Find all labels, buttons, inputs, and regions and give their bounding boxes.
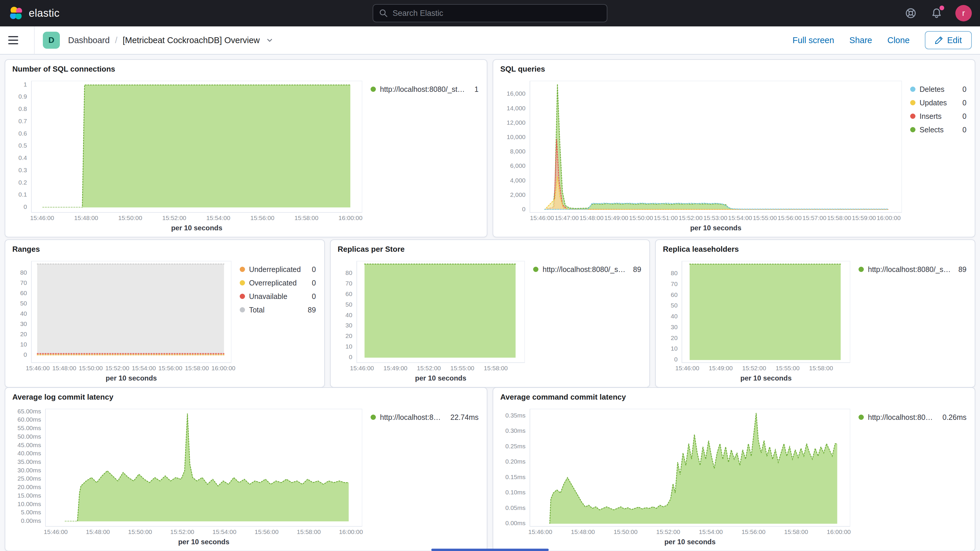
x-axis-unit-label: per 10 seconds xyxy=(356,372,525,384)
legend-item[interactable]: Updates0 xyxy=(910,97,967,109)
y-tick-label: 80 xyxy=(345,269,352,276)
x-tick-label: 15:48:00 xyxy=(579,215,603,221)
full-screen-button[interactable]: Full screen xyxy=(792,35,834,45)
plot-area[interactable] xyxy=(356,261,525,363)
legend-item[interactable]: Overreplicated0 xyxy=(240,277,316,289)
x-tick-label: 15:52:00 xyxy=(162,215,186,221)
y-tick-label: 2,000 xyxy=(510,191,525,198)
elastic-logo[interactable]: elastic xyxy=(8,6,60,21)
x-tick-label: 15:50:00 xyxy=(118,215,142,221)
x-tick-label: 15:54:00 xyxy=(212,529,237,535)
legend-label: http://localhost:8080/_sta... xyxy=(542,265,625,274)
legend-item[interactable]: http://localhost:8080/_stat...1 xyxy=(371,83,479,96)
y-tick-label: 50 xyxy=(20,300,27,307)
plot-area[interactable] xyxy=(530,409,850,527)
y-tick-label: 55.00ms xyxy=(18,425,41,432)
x-tick-label: 15:55:00 xyxy=(450,365,474,372)
legend-item[interactable]: http://localhost:8080...0.26ms xyxy=(859,411,967,424)
x-tick-label: 15:55:00 xyxy=(753,215,777,221)
y-tick-label: 80 xyxy=(20,269,27,276)
y-tick-label: 0 xyxy=(24,203,27,210)
x-axis: 15:46:0015:48:0015:50:0015:52:0015:54:00… xyxy=(530,527,850,535)
notifications-button[interactable] xyxy=(929,6,943,20)
x-tick-label: 15:54:00 xyxy=(132,365,156,372)
y-tick-label: 25.00ms xyxy=(18,475,41,482)
plot-area[interactable] xyxy=(31,81,363,213)
legend-item[interactable]: Total89 xyxy=(240,304,316,316)
x-tick-label: 15:52:00 xyxy=(170,529,194,535)
avg-command-commit-latency-chart: 0.00ms0.05ms0.10ms0.15ms0.20ms0.25ms0.30… xyxy=(500,404,850,547)
y-tick-label: 0 xyxy=(522,205,525,213)
legend-value: 89 xyxy=(304,306,316,314)
toolbar-divider xyxy=(34,26,35,54)
legend-label: Updates xyxy=(920,99,947,107)
plot-area[interactable] xyxy=(31,261,232,363)
top-header: elastic xyxy=(0,0,980,26)
sql-queries-chart: 02,0004,0006,0008,00010,00012,00014,0001… xyxy=(500,76,902,233)
x-axis-unit-label: per 10 seconds xyxy=(31,372,232,384)
y-tick-label: 40 xyxy=(671,313,678,320)
y-tick-label: 4,000 xyxy=(510,177,525,184)
page-title: [Metricbeat CockroachDB] Overview xyxy=(123,35,260,45)
legend-value: 0 xyxy=(959,85,967,94)
legend-value: 0 xyxy=(959,99,967,107)
legend-label: Selects xyxy=(920,126,943,134)
x-tick-label: 15:49:00 xyxy=(709,365,733,372)
plot-area[interactable] xyxy=(530,81,902,213)
edit-button-label: Edit xyxy=(947,35,962,45)
logo-text: elastic xyxy=(29,7,60,19)
panel-title: Number of SQL connections xyxy=(12,65,480,74)
menu-button[interactable] xyxy=(8,32,26,49)
legend-value: 89 xyxy=(955,265,967,274)
legend-color-dot xyxy=(371,414,376,420)
y-tick-label: 30 xyxy=(345,322,352,329)
legend-item[interactable]: Inserts0 xyxy=(910,110,967,123)
y-tick-label: 0.2 xyxy=(19,179,27,186)
clone-button[interactable]: Clone xyxy=(887,35,910,45)
search-input[interactable] xyxy=(393,9,601,18)
breadcrumb-dashboard-link[interactable]: Dashboard xyxy=(68,35,110,45)
edit-button[interactable]: Edit xyxy=(925,31,972,49)
chart-legend: http://localhost:8080...0.26ms xyxy=(850,404,968,547)
x-tick-label: 15:48:00 xyxy=(86,529,110,535)
plot-area[interactable] xyxy=(45,409,363,527)
x-tick-label: 15:58:00 xyxy=(809,365,833,372)
title-menu-button[interactable] xyxy=(266,37,273,44)
legend-item[interactable]: Underreplicated0 xyxy=(240,263,316,276)
y-tick-label: 0.7 xyxy=(19,118,27,125)
y-tick-label: 80 xyxy=(671,270,678,277)
panel-avg-command-commit-latency: Average command commit latency 0.00ms0.0… xyxy=(493,387,975,551)
x-tick-label: 15:52:00 xyxy=(742,365,766,372)
kibana-app: elastic xyxy=(0,0,980,551)
y-tick-label: 0.4 xyxy=(19,154,27,161)
x-tick-label: 15:56:00 xyxy=(158,365,183,372)
user-avatar[interactable]: r xyxy=(955,5,972,21)
legend-color-dot xyxy=(910,100,915,105)
legend-color-dot xyxy=(533,267,538,272)
y-tick-label: 1 xyxy=(24,81,27,88)
y-tick-label: 16,000 xyxy=(507,90,525,97)
y-axis: 01020304050607080 xyxy=(338,261,356,363)
legend-item[interactable]: Deletes0 xyxy=(910,83,967,96)
legend-label: http://localhost:8080... xyxy=(868,413,935,422)
dashboard-app-badge[interactable]: D xyxy=(43,32,60,49)
legend-item[interactable]: Unavailable0 xyxy=(240,290,316,303)
legend-color-dot xyxy=(910,86,915,92)
legend-item[interactable]: Selects0 xyxy=(910,124,967,136)
x-tick-label: 15:46:00 xyxy=(675,365,699,372)
legend-item[interactable]: http://localhost:8080/_sta...89 xyxy=(533,263,641,276)
y-tick-label: 0.00ms xyxy=(21,517,41,524)
panel-replicas-per-store: Replicas per Store 01020304050607080 15:… xyxy=(330,239,650,388)
help-button[interactable] xyxy=(904,6,918,20)
y-tick-label: 0.6 xyxy=(19,130,27,137)
legend-value: 89 xyxy=(630,265,641,274)
legend-item[interactable]: http://localhost:8080/_sta...89 xyxy=(859,263,967,276)
share-button[interactable]: Share xyxy=(850,35,872,45)
x-tick-label: 15:49:00 xyxy=(383,365,407,372)
chart-legend: Underreplicated0Overreplicated0Unavailab… xyxy=(232,256,317,384)
legend-item[interactable]: http://localhost:808...22.74ms xyxy=(371,411,479,424)
ranges-chart: 01020304050607080 15:46:0015:48:0015:50:… xyxy=(12,256,232,384)
y-tick-label: 20 xyxy=(671,334,678,341)
horizontal-scrollbar-thumb[interactable] xyxy=(431,549,549,551)
plot-area[interactable] xyxy=(682,261,850,363)
